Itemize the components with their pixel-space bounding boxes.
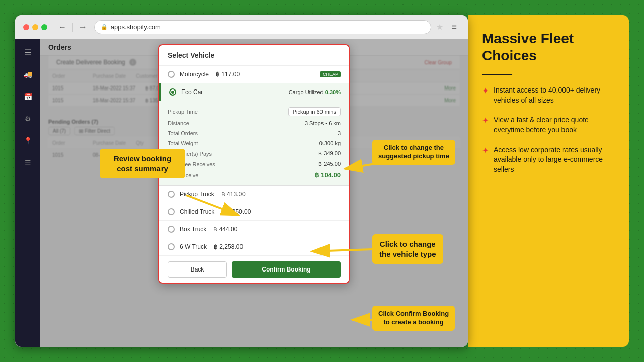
eco-car-name: Eco Car	[181, 88, 203, 96]
customers-pays-row: Customer(s) Pays ฿ 349.00	[168, 148, 341, 159]
pickup-truck-option[interactable]: Pickup Truck ฿ 413.00	[159, 186, 349, 203]
nav-divider: |	[71, 22, 74, 32]
window-controls	[23, 24, 47, 30]
pickup-time-row: Pickup Time Pickup in 60 mins	[168, 105, 341, 118]
cheap-badge: CHEAP	[320, 71, 341, 77]
feature-text-1: Instant access to 40,000+ delivery vehic…	[494, 85, 615, 105]
deliveree-receives-row: Deliveree Receives ฿ 245.00	[168, 159, 341, 169]
panel-title: Massive Fleet Choices	[482, 30, 615, 64]
back-nav-button[interactable]: ←	[56, 22, 68, 33]
pickup-truck-radio[interactable]	[168, 191, 175, 198]
box-truck-name: Box Truck	[180, 226, 206, 233]
6w-truck-price: ฿ 2,258.00	[214, 243, 243, 250]
select-vehicle-modal: Select Vehicle Motorcycle ฿ 117.00 CHEAP…	[158, 44, 350, 284]
customers-pays-label: Customer(s) Pays	[168, 151, 212, 157]
nav-buttons: ← | →	[56, 22, 89, 33]
feature-item-3: ✦ Access low corporate rates usually ava…	[482, 145, 615, 175]
eco-car-radio[interactable]	[169, 88, 176, 96]
box-truck-price: ฿ 444.00	[213, 226, 237, 233]
distance-value: 3 Stops • 6 km	[305, 120, 341, 126]
maximize-dot	[41, 24, 47, 30]
panel-divider	[482, 74, 512, 75]
minimize-dot	[32, 24, 38, 30]
bookmark-icon[interactable]: ★	[436, 22, 443, 32]
distance-row: Distance 3 Stops • 6 km	[168, 118, 341, 128]
6w-truck-radio[interactable]	[168, 243, 175, 250]
cargo-utilized: Cargo Utilized 0.30%	[289, 89, 341, 95]
sidebar-list-icon[interactable]: ☰	[20, 155, 36, 171]
sidebar-menu-icon[interactable]: ☰	[20, 44, 36, 60]
chilled-truck-price: ฿ 1,250.00	[221, 208, 251, 215]
you-receive-value: ฿ 104.00	[315, 171, 341, 179]
browser-content: ☰ 🚚 📅 ⚙ 📍 ☰ Orders Create Deliveree Book…	[15, 39, 468, 347]
chilled-truck-radio[interactable]	[168, 208, 175, 215]
motorcycle-price: ฿ 117.00	[216, 71, 240, 78]
box-truck-radio[interactable]	[168, 226, 175, 233]
close-dot	[23, 24, 29, 30]
pickup-time-label: Pickup Time	[168, 109, 198, 115]
right-panel: Massive Fleet Choices ✦ Instant access t…	[468, 15, 629, 347]
total-orders-value: 3	[338, 130, 341, 136]
url-text: apps.shopify.com	[111, 23, 161, 31]
sidebar-settings-icon[interactable]: ⚙	[20, 111, 36, 127]
feature-item-1: ✦ Instant access to 40,000+ delivery veh…	[482, 85, 615, 105]
browser-chrome: ← | → 🔒 apps.shopify.com ★ ≡	[15, 15, 468, 39]
sidebar-calendar-icon[interactable]: 📅	[20, 88, 36, 105]
confirm-booking-button[interactable]: Confirm Booking	[232, 261, 341, 278]
main-content: Orders Create Deliveree Booking i Clear …	[40, 39, 468, 347]
lock-icon: 🔒	[101, 24, 108, 30]
customers-pays-value: ฿ 349.00	[318, 150, 341, 157]
app-sidebar: ☰ 🚚 📅 ⚙ 📍 ☰	[15, 39, 40, 347]
pickup-truck-price: ฿ 413.00	[221, 191, 246, 198]
chilled-truck-name: Chilled Truck	[180, 208, 214, 215]
total-weight-value: 0.300 kg	[319, 140, 341, 146]
pickup-time-button[interactable]: Pickup in 60 mins	[288, 107, 341, 116]
modal-footer: Back Confirm Booking	[159, 256, 349, 283]
motorcycle-name: Motorcycle	[180, 71, 209, 78]
6w-truck-option[interactable]: 6 W Truck ฿ 2,258.00	[159, 238, 349, 256]
you-receive-label: You Receive	[168, 172, 198, 178]
eco-car-option[interactable]: Eco Car Cargo Utilized 0.30%	[159, 83, 349, 101]
total-weight-row: Total Weight 0.300 kg	[168, 138, 341, 148]
6w-truck-name: 6 W Truck	[180, 243, 207, 250]
feature-item-2: ✦ View a fast & clear price quote everyt…	[482, 115, 615, 135]
deliveree-receives-value: ฿ 245.00	[318, 161, 341, 167]
deliveree-receives-label: Deliveree Receives	[168, 161, 215, 167]
motorcycle-radio[interactable]	[168, 71, 175, 78]
feature-text-3: Access low corporate rates usually avail…	[494, 145, 615, 175]
box-truck-option[interactable]: Box Truck ฿ 444.00	[159, 221, 349, 238]
browser-menu-button[interactable]: ≡	[448, 21, 460, 33]
forward-nav-button[interactable]: →	[77, 22, 89, 33]
main-wrapper: ← | → 🔒 apps.shopify.com ★ ≡ ☰ 🚚 📅 ⚙ 📍 ☰	[15, 15, 629, 347]
total-orders-row: Total Orders 3	[168, 128, 341, 138]
feature-text-2: View a fast & clear price quote everytim…	[494, 115, 615, 135]
you-receive-row: You Receive ฿ 104.00	[168, 169, 341, 181]
address-bar[interactable]: 🔒 apps.shopify.com	[94, 20, 432, 34]
back-button[interactable]: Back	[168, 261, 227, 278]
modal-title: Select Vehicle	[159, 45, 349, 66]
sidebar-location-icon[interactable]: 📍	[20, 133, 36, 149]
chilled-truck-option[interactable]: Chilled Truck ฿ 1,250.00	[159, 203, 349, 221]
eco-details-section: Pickup Time Pickup in 60 mins Distance 3…	[159, 101, 349, 186]
distance-label: Distance	[168, 120, 189, 126]
sidebar-orders-icon[interactable]: 🚚	[20, 66, 36, 82]
star-icon-3: ✦	[482, 146, 489, 155]
total-weight-label: Total Weight	[168, 140, 198, 146]
pickup-truck-name: Pickup Truck	[180, 191, 214, 198]
modal-overlay: Select Vehicle Motorcycle ฿ 117.00 CHEAP…	[40, 39, 468, 347]
cargo-pct: 0.30%	[325, 89, 341, 95]
star-icon-1: ✦	[482, 86, 489, 96]
motorcycle-option[interactable]: Motorcycle ฿ 117.00 CHEAP	[159, 66, 349, 83]
browser-window: ← | → 🔒 apps.shopify.com ★ ≡ ☰ 🚚 📅 ⚙ 📍 ☰	[15, 15, 468, 347]
star-icon-2: ✦	[482, 116, 489, 125]
total-orders-label: Total Orders	[168, 130, 198, 136]
